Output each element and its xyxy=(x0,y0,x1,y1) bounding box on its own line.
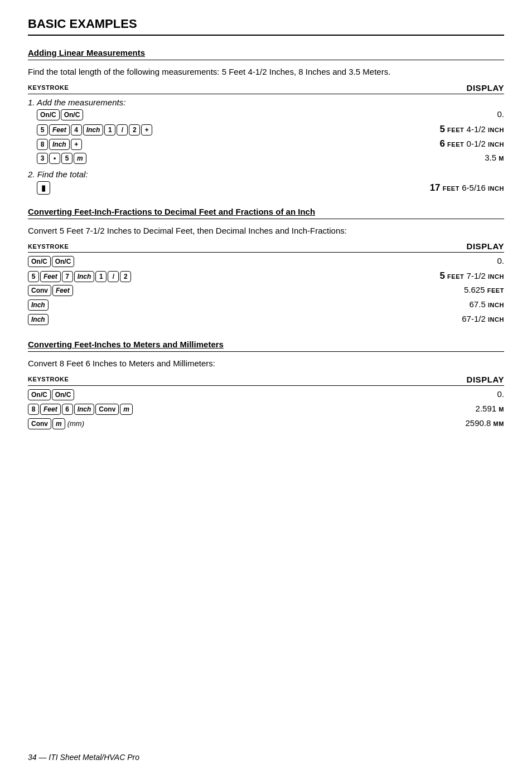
display-value: 2.591 M xyxy=(476,404,504,413)
display-cell: 0. xyxy=(381,109,504,119)
display-cell: 67.5 INCH xyxy=(381,299,504,309)
display-value: 3.5 M xyxy=(485,153,504,162)
display-value: 67-1/2 INCH xyxy=(462,314,504,323)
keystroke-cell: 3 • 5 m xyxy=(37,153,381,164)
display-cell: 17 FEET 6-5/16 INCH xyxy=(381,182,504,193)
col-keystroke-label3: KEYSTROKE xyxy=(28,375,381,384)
section3-title: Converting Feet-Inches to Meters and Mil… xyxy=(28,340,504,352)
key-equals: ▮ xyxy=(37,181,50,195)
section3-header: KEYSTROKE DISPLAY xyxy=(28,375,504,386)
keystroke-cell: ▮ xyxy=(37,181,381,195)
section-converting-meters: Converting Feet-Inches to Meters and Mil… xyxy=(28,340,504,432)
keystroke-cell: 8 Inch + xyxy=(37,139,381,150)
key-m: m xyxy=(74,153,86,164)
table-row: Inch 67.5 INCH xyxy=(28,299,504,313)
section1-desc: Find the total length of the following m… xyxy=(28,66,504,79)
table-row: On/C On/C 0. xyxy=(28,389,504,403)
key-feet: Feet xyxy=(49,124,70,135)
display-value: 0. xyxy=(497,256,504,265)
section1-table: KEYSTROKE DISPLAY 1. Add the measurement… xyxy=(28,83,504,195)
table-row: 8 Feet 6 Inch Conv m 2.591 M xyxy=(28,404,504,417)
table-row: Conv m (mm) 2590.8 MM xyxy=(28,418,504,432)
display-value: 0. xyxy=(497,109,504,119)
display-value: 17 FEET 6-5/16 INCH xyxy=(430,183,504,192)
key-onc6: On/C xyxy=(52,389,75,400)
display-cell: 3.5 M xyxy=(381,153,504,162)
table-row: 5 Feet 4 Inch 1 / 2 + 5 FEET 4-1/2 INCH xyxy=(37,124,504,137)
key-6: 6 xyxy=(62,404,73,415)
section3-table: KEYSTROKE DISPLAY On/C On/C 0. 8 Feet 6 … xyxy=(28,375,504,432)
key-2: 2 xyxy=(129,124,140,135)
col-keystroke-label2: KEYSTROKE xyxy=(28,241,381,251)
key-m2: m xyxy=(120,404,133,415)
table-row: Inch 67-1/2 INCH xyxy=(28,314,504,327)
key-onc2: On/C xyxy=(61,109,84,120)
keystroke-cell: Conv Feet xyxy=(28,285,381,296)
display-cell: 5 FEET 4-1/2 INCH xyxy=(381,124,504,135)
section3-desc: Convert 8 Feet 6 Inches to Meters and Mi… xyxy=(28,357,504,370)
display-value: 2590.8 MM xyxy=(466,418,504,428)
display-cell: 5 FEET 7-1/2 INCH xyxy=(381,270,504,282)
table-row: 8 Inch + 6 FEET 0-1/2 INCH xyxy=(37,138,504,152)
display-cell: 0. xyxy=(381,389,504,399)
table-row: ▮ 17 FEET 6-5/16 INCH xyxy=(37,181,504,195)
key-mm-label: (mm) xyxy=(67,419,84,428)
display-cell: 6 FEET 0-1/2 INCH xyxy=(381,138,504,149)
key-5: 5 xyxy=(37,124,48,135)
keystroke-cell: On/C On/C xyxy=(28,256,381,267)
key-2b: 2 xyxy=(120,271,131,282)
key-inch4: Inch xyxy=(28,314,49,325)
key-slash2: / xyxy=(108,271,119,282)
display-value: 0. xyxy=(497,389,504,399)
table-row: 3 • 5 m 3.5 M xyxy=(37,153,504,166)
display-cell: 2590.8 MM xyxy=(381,418,504,428)
section1-title: Adding Linear Measurements xyxy=(28,48,504,60)
key-1: 1 xyxy=(104,124,115,135)
display-cell: 2.591 M xyxy=(381,404,504,413)
section2-title: Converting Feet-Inch-Fractions to Decima… xyxy=(28,207,504,219)
step2-label: 2. Find the total: xyxy=(28,170,504,179)
key-feet2: Feet xyxy=(40,271,61,282)
display-value: 5.625 FEET xyxy=(464,285,504,294)
key-onc5: On/C xyxy=(28,389,51,400)
key-dot: • xyxy=(49,153,60,164)
key-inch: Inch xyxy=(83,124,104,135)
key-onc1: On/C xyxy=(37,109,60,120)
section-adding-linear: Adding Linear Measurements Find the tota… xyxy=(28,48,504,195)
col-display-label2: DISPLAY xyxy=(381,241,504,251)
page-title: BASIC EXAMPLES xyxy=(28,17,504,36)
key-conv2: Conv xyxy=(95,404,119,415)
section1-header: KEYSTROKE DISPLAY xyxy=(28,83,504,94)
display-value: 5 FEET 4-1/2 INCH xyxy=(439,124,504,134)
keystroke-cell: Inch xyxy=(28,314,381,325)
display-cell: 0. xyxy=(381,256,504,265)
key-4: 4 xyxy=(71,124,82,135)
section2-desc: Convert 5 Feet 7-1/2 Inches to Decimal F… xyxy=(28,225,504,238)
display-value: 6 FEET 0-1/2 INCH xyxy=(439,139,504,148)
key-conv1: Conv xyxy=(28,285,51,296)
display-value: 5 FEET 7-1/2 INCH xyxy=(439,271,504,280)
key-8b: 8 xyxy=(28,404,39,415)
keystroke-cell: Conv m (mm) xyxy=(28,418,381,429)
key-feet4: Feet xyxy=(40,404,61,415)
key-inch: Inch xyxy=(49,139,70,150)
key-5c: 5 xyxy=(28,271,39,282)
table-row: On/C On/C 0. xyxy=(28,256,504,269)
key-m3: m xyxy=(52,418,65,429)
col-keystroke-label: KEYSTROKE xyxy=(28,83,381,93)
display-value: 67.5 INCH xyxy=(470,299,504,309)
key-plus: + xyxy=(141,124,152,135)
page-footer: 34 — ITI Sheet Metal/HVAC Pro xyxy=(28,753,139,762)
table-row: 5 Feet 7 Inch 1 / 2 5 FEET 7-1/2 INCH xyxy=(28,270,504,284)
keystroke-cell: On/C On/C xyxy=(28,389,381,400)
key-plus2: + xyxy=(71,139,82,150)
key-8: 8 xyxy=(37,139,48,150)
table-row: On/C On/C 0. xyxy=(37,109,504,123)
key-5b: 5 xyxy=(61,153,72,164)
col-display-label: DISPLAY xyxy=(381,83,504,93)
key-1b: 1 xyxy=(95,271,107,282)
key-3: 3 xyxy=(37,153,48,164)
section2-table: KEYSTROKE DISPLAY On/C On/C 0. 5 Feet 7 … xyxy=(28,241,504,327)
step1-label: 1. Add the measurements: xyxy=(28,98,504,107)
key-slash: / xyxy=(117,124,128,135)
